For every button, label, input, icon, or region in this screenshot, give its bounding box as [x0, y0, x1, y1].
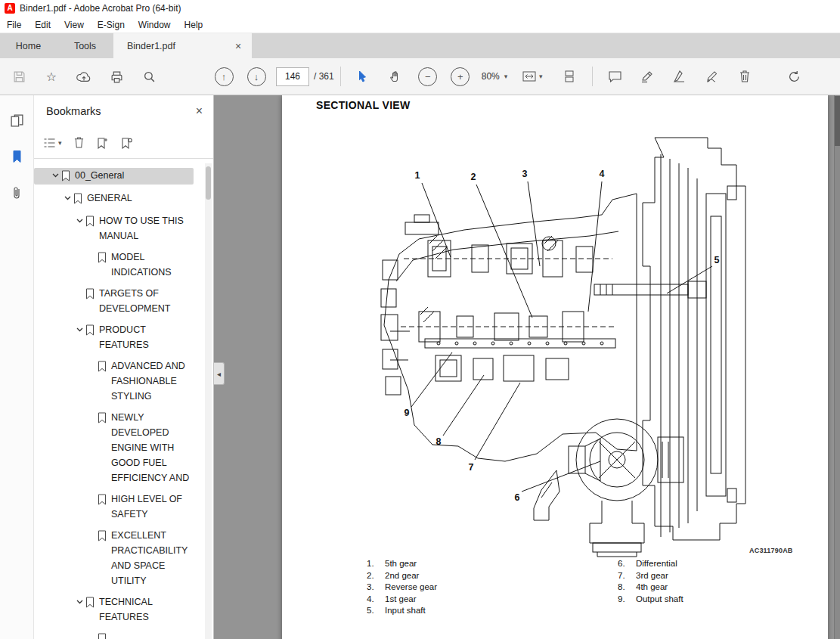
zoom-level-dropdown[interactable]: 80% ▾ — [482, 71, 508, 82]
bookmark-item-00-general[interactable]: 00_General — [34, 168, 194, 185]
legend-num: 5. — [367, 605, 385, 617]
fit-width-dropdown[interactable]: ▾ — [515, 64, 550, 88]
chevron-down-icon[interactable] — [73, 594, 85, 610]
zoom-in-button[interactable]: + — [448, 64, 473, 88]
bookmark-item-how-to-use[interactable]: HOW TO USE THIS MANUAL — [34, 213, 213, 244]
save-icon[interactable] — [6, 64, 32, 88]
chevron-down-icon[interactable] — [61, 191, 73, 206]
panel-scrollbar-track[interactable] — [205, 163, 212, 639]
share-cloud-icon[interactable] — [71, 64, 97, 88]
next-page-button[interactable]: ↓ — [243, 64, 269, 88]
menu-help[interactable]: Help — [178, 20, 210, 30]
legend-num: 6. — [618, 558, 636, 570]
page-heading: SECTIONAL VIEW — [316, 99, 411, 111]
chevron-down-icon[interactable] — [73, 213, 85, 228]
bookmark-icon — [98, 494, 107, 508]
tab-home[interactable]: Home — [0, 33, 57, 58]
tab-tools[interactable]: Tools — [57, 33, 113, 58]
tab-document[interactable]: Binder1.pdf × — [113, 33, 252, 58]
window-title: Binder1.pdf - Adobe Acrobat Pro (64-bit) — [20, 3, 181, 14]
highlight-icon[interactable] — [634, 64, 660, 88]
bookmark-item-technical-features[interactable]: TECHNICAL FEATURES — [34, 594, 213, 625]
chevron-spacer — [85, 250, 98, 265]
bookmark-icon — [73, 193, 83, 207]
navigation-rail — [0, 95, 34, 639]
fill-sign-icon[interactable] — [699, 64, 725, 88]
bookmark-options-menu[interactable]: ▾ — [43, 138, 62, 148]
page-thumbnails-icon[interactable] — [7, 110, 26, 130]
delete-pages-icon[interactable] — [732, 64, 758, 88]
bookmark-icon — [85, 597, 95, 611]
print-icon[interactable] — [104, 64, 129, 88]
chevron-spacer — [85, 492, 98, 507]
legend-row: 4.1st gear — [367, 594, 618, 606]
hand-tool-icon[interactable] — [383, 64, 408, 88]
menu-edit[interactable]: Edit — [28, 20, 57, 30]
legend-label: 1st gear — [385, 594, 417, 606]
bookmark-item-new-engine[interactable]: NEWLY DEVELOPED ENGINE WITH GOOD FUEL EF… — [34, 410, 213, 485]
main-area: Bookmarks × ▾ 00_General — [0, 95, 840, 639]
bookmark-item-partial[interactable] — [34, 631, 213, 639]
bookmark-item-targets[interactable]: TARGETS OF DEVELOPMENT — [34, 286, 213, 316]
menu-window[interactable]: Window — [132, 20, 178, 30]
bookmark-item-model-indications[interactable]: MODEL INDICATIONS — [34, 250, 213, 280]
legend-row: 1.5th gear — [367, 558, 618, 570]
page-scrolling-icon[interactable] — [556, 64, 582, 88]
menu-esign[interactable]: E-Sign — [91, 20, 132, 30]
zoom-out-button[interactable]: − — [415, 64, 441, 88]
zoom-level-value: 80% — [482, 71, 500, 82]
bookmark-item-practicability[interactable]: EXCELLENT PRACTICABILITY AND SPACE UTILI… — [34, 528, 213, 588]
legend-num: 2. — [367, 570, 385, 582]
close-panel-icon[interactable]: × — [196, 104, 203, 118]
bookmark-item-safety[interactable]: HIGH LEVEL OF SAFETY — [34, 492, 213, 522]
esign-pen-icon[interactable] — [667, 64, 693, 88]
close-tab-icon[interactable]: × — [232, 40, 244, 52]
bookmark-label: HOW TO USE THIS MANUAL — [99, 213, 197, 244]
callout-6: 6 — [515, 492, 520, 503]
bookmark-icon — [98, 530, 107, 544]
legend-right-column: 6.Differential 7.3rd gear 8.4th gear 9.O… — [618, 558, 840, 617]
legend-row: 7.3rd gear — [618, 570, 840, 582]
legend-label: 5th gear — [385, 558, 417, 570]
bookmark-item-advanced-styling[interactable]: ADVANCED AND FASHIONABLE STYLING — [34, 358, 213, 404]
chevron-down-icon[interactable] — [49, 168, 61, 183]
panel-title: Bookmarks — [46, 105, 101, 117]
bookmark-label: HIGH LEVEL OF SAFETY — [111, 492, 196, 522]
previous-page-button[interactable]: ↑ — [211, 64, 237, 88]
delete-bookmark-icon[interactable] — [74, 137, 84, 148]
star-icon[interactable]: ☆ — [39, 64, 64, 88]
attachments-icon[interactable] — [7, 183, 26, 203]
chevron-down-icon[interactable] — [73, 322, 85, 337]
bookmark-item-product-features[interactable]: PRODUCT FEATURES — [34, 322, 213, 352]
legend: 1.5th gear 2.2nd gear 3.Reverse gear 4.1… — [367, 558, 840, 617]
toolbar-divider — [592, 67, 593, 86]
legend-label: Input shaft — [385, 605, 426, 617]
rotate-pages-icon[interactable] — [781, 64, 807, 88]
collapse-panel-handle[interactable]: ◂ — [214, 362, 225, 385]
chevron-spacer — [85, 410, 98, 425]
pdf-page: SECTIONAL VIEW — [282, 95, 828, 639]
legend-label: 3rd gear — [636, 570, 668, 582]
panel-scrollbar-thumb[interactable] — [206, 166, 211, 200]
comment-icon[interactable] — [602, 64, 628, 88]
bookmark-label: MODEL INDICATIONS — [111, 250, 196, 280]
callout-8: 8 — [436, 436, 442, 447]
new-bookmark-icon[interactable] — [96, 137, 108, 149]
document-scrollbar-track[interactable] — [834, 95, 840, 639]
page-number-input[interactable] — [276, 67, 309, 86]
tagged-bookmark-icon[interactable] — [120, 137, 132, 149]
search-zoom-icon[interactable] — [136, 64, 162, 88]
menu-file[interactable]: File — [0, 20, 28, 30]
legend-num: 4. — [367, 594, 385, 606]
arrow-down-icon: ↓ — [247, 67, 266, 86]
bookmark-label: ADVANCED AND FASHIONABLE STYLING — [111, 358, 196, 404]
bookmark-icon — [98, 412, 107, 427]
bookmarks-panel-icon[interactable] — [7, 147, 26, 166]
main-toolbar: ☆ ↑ ↓ / 361 − + 80% ▾ ▾ — [0, 58, 840, 95]
select-tool-icon[interactable] — [350, 64, 376, 88]
document-scrollbar-thumb[interactable] — [835, 96, 840, 146]
bookmark-item-general[interactable]: GENERAL — [34, 191, 213, 207]
bookmarks-panel: Bookmarks × ▾ 00_General — [34, 95, 214, 639]
menu-view[interactable]: View — [57, 20, 91, 30]
page-total-label: / 361 — [314, 71, 334, 82]
